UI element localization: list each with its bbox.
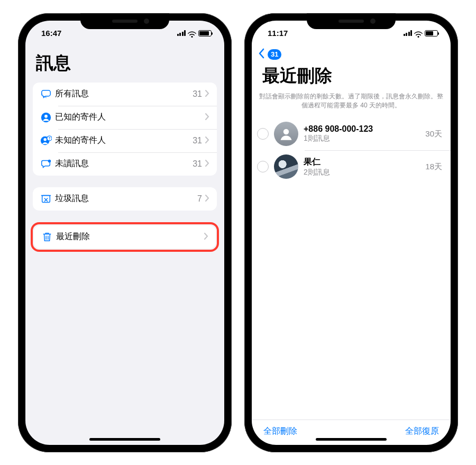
junk-icon — [40, 193, 55, 205]
select-radio[interactable] — [257, 128, 269, 140]
row-label: 所有訊息 — [55, 88, 193, 99]
svg-point-3 — [43, 138, 47, 141]
svg-point-8 — [283, 129, 289, 135]
avatar — [274, 122, 298, 146]
chevron-right-icon — [205, 194, 209, 204]
filter-recently-deleted[interactable]: 最近刪除 — [34, 225, 216, 249]
phone-right: 11:17 31 最近刪除 對話會顯示刪除前的剩餘天數。過了期限後，訊息會永久刪… — [244, 13, 458, 452]
cellular-icon — [177, 30, 186, 36]
bubbles-icon — [40, 88, 55, 100]
home-indicator[interactable] — [89, 438, 160, 441]
deleted-item[interactable]: +886 908-000-123 1則訊息 30天 — [252, 117, 451, 150]
deleted-list: +886 908-000-123 1則訊息 30天 果仁 2則訊息 18天 — [252, 117, 451, 419]
deleted-item[interactable]: 果仁 2則訊息 18天 — [252, 150, 451, 183]
row-label: 垃圾訊息 — [55, 193, 197, 204]
bubble-dot-icon — [40, 158, 55, 170]
row-label: 未讀訊息 — [55, 158, 193, 169]
battery-icon — [425, 30, 438, 37]
filter-unread[interactable]: 未讀訊息 31 — [33, 152, 217, 176]
highlight-box: 最近刪除 — [31, 222, 219, 252]
row-label: 最近刪除 — [56, 231, 201, 242]
row-count: 31 — [193, 89, 202, 99]
delete-all-button[interactable]: 全部刪除 — [263, 426, 297, 437]
contact-name: 果仁 — [304, 157, 420, 168]
page-title: 最近刪除 — [252, 62, 451, 92]
svg-text:?: ? — [48, 136, 50, 140]
chevron-right-icon — [205, 136, 209, 145]
notch — [80, 13, 169, 29]
chevron-right-icon — [205, 159, 209, 169]
status-time: 16:47 — [41, 29, 61, 38]
wifi-icon — [414, 30, 423, 37]
svg-point-1 — [44, 114, 48, 117]
message-count: 2則訊息 — [304, 168, 420, 177]
filter-group: 所有訊息 31 已知的寄件人 ? 未知的寄件人 31 — [33, 83, 217, 176]
description-text: 對話會顯示刪除前的剩餘天數。過了期限後，訊息會永久刪除。整個過程可能需要最多 4… — [252, 92, 451, 118]
row-count: 31 — [193, 159, 202, 169]
chevron-right-icon — [204, 232, 208, 242]
trash-icon — [41, 231, 56, 243]
page-title: 訊息 — [25, 46, 224, 83]
row-label: 已知的寄件人 — [55, 112, 202, 123]
battery-icon — [198, 30, 212, 37]
person-icon — [40, 112, 55, 123]
row-count: 7 — [197, 194, 202, 204]
junk-group: 垃圾訊息 7 — [33, 187, 217, 211]
days-remaining: 18天 — [425, 162, 442, 172]
filter-known-senders[interactable]: 已知的寄件人 — [33, 106, 217, 129]
row-label: 未知的寄件人 — [55, 135, 193, 146]
back-button[interactable] — [258, 48, 264, 61]
days-remaining: 30天 — [425, 129, 442, 139]
filter-all-messages[interactable]: 所有訊息 31 — [33, 83, 217, 106]
back-badge[interactable]: 31 — [268, 49, 281, 60]
svg-point-6 — [48, 159, 51, 162]
filter-unknown-senders[interactable]: ? 未知的寄件人 31 — [33, 129, 217, 152]
chevron-right-icon — [205, 113, 209, 122]
person-question-icon: ? — [40, 135, 55, 147]
avatar — [274, 154, 298, 179]
filter-junk[interactable]: 垃圾訊息 7 — [33, 187, 217, 211]
message-count: 1則訊息 — [304, 134, 420, 143]
home-indicator[interactable] — [316, 438, 387, 441]
bottom-toolbar: 全部刪除 全部復原 — [252, 420, 451, 445]
status-time: 11:17 — [268, 29, 288, 38]
row-count: 31 — [193, 136, 202, 145]
recover-all-button[interactable]: 全部復原 — [405, 426, 439, 437]
wifi-icon — [188, 30, 196, 37]
contact-name: +886 908-000-123 — [304, 124, 420, 134]
cellular-icon — [404, 30, 413, 36]
svg-rect-7 — [42, 195, 50, 202]
select-radio[interactable] — [257, 161, 269, 172]
notch — [307, 13, 396, 29]
chevron-right-icon — [205, 89, 209, 99]
phone-left: 16:47 訊息 所有訊息 31 已知的寄件人 — [18, 13, 232, 452]
